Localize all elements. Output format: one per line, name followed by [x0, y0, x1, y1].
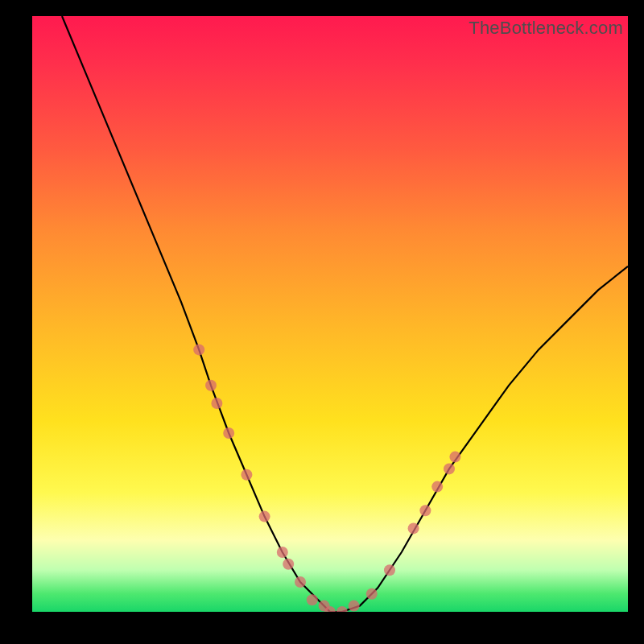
plot-area: TheBottleneck.com	[32, 16, 628, 612]
data-marker	[408, 522, 419, 534]
data-marker	[336, 606, 348, 612]
data-marker	[366, 588, 378, 600]
data-marker	[349, 601, 360, 612]
data-marker	[205, 380, 217, 391]
chart-frame: TheBottleneck.com	[0, 0, 644, 644]
data-marker	[259, 511, 270, 522]
marker-group	[193, 344, 460, 612]
data-marker	[295, 576, 306, 588]
data-marker	[444, 463, 455, 474]
data-marker	[193, 344, 204, 355]
data-marker	[283, 559, 294, 570]
data-marker	[241, 469, 252, 481]
bottleneck-curve	[32, 16, 628, 612]
curve-path	[62, 16, 628, 612]
data-marker	[211, 398, 222, 409]
data-marker	[384, 564, 395, 576]
data-marker	[307, 594, 318, 605]
data-marker	[431, 481, 443, 493]
data-marker	[449, 452, 460, 463]
data-marker	[277, 547, 288, 558]
data-marker	[419, 505, 431, 516]
data-marker	[223, 427, 234, 439]
